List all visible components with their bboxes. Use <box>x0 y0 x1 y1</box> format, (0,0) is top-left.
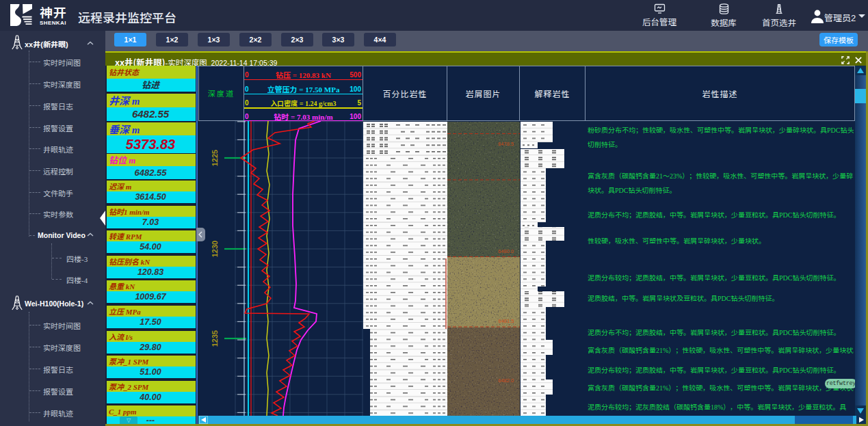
svg-text:6482.0: 6482.0 <box>499 377 514 384</box>
svg-text:6480.0: 6480.0 <box>499 248 514 254</box>
svg-text:6481.5: 6481.5 <box>499 318 514 324</box>
svg-text:1225: 1225 <box>211 150 219 166</box>
svg-text:6478.5: 6478.5 <box>499 141 514 147</box>
svg-text:1230: 1230 <box>211 241 219 257</box>
svg-text:1235: 1235 <box>211 330 219 347</box>
